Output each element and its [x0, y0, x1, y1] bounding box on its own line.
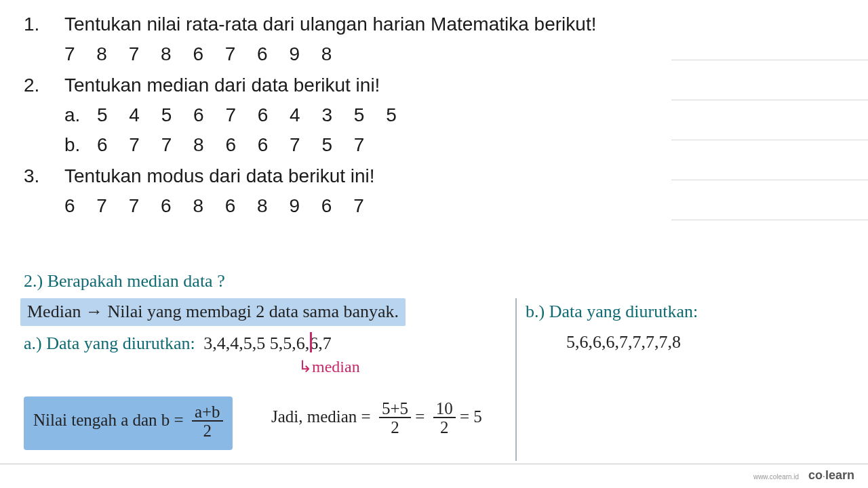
result-eq1: =	[415, 407, 425, 426]
q3-text: Tentukan modus dari data berikut ini!	[64, 162, 596, 190]
brand-url: www.colearn.id	[753, 473, 799, 481]
formula-denominator: 2	[192, 422, 223, 441]
ruled-paper-bg	[671, 20, 868, 258]
part-a-line: a.) Data yang diurutkan: 3,4,4,5,5 5,5,6…	[24, 333, 332, 354]
part-b-label: b.) Data yang diurutkan:	[526, 302, 698, 322]
result-line: Jadi, median = 5+5 2 = 10 2 = 5	[271, 400, 482, 437]
brand-name-b: learn	[825, 468, 854, 482]
result-eq2: = 5	[460, 407, 482, 426]
q2a-label: a.	[64, 101, 97, 129]
result-frac-2: 10 2	[433, 400, 456, 437]
question-1: 1. Tentukan nilai rata-rata dari ulangan…	[24, 10, 596, 68]
formula-fraction: a+b 2	[192, 403, 223, 441]
q1-data: 7 8 7 8 6 7 6 9 8	[64, 40, 596, 68]
q3-number: 3.	[24, 162, 64, 220]
q2a-data: 5 4 5 6 7 6 4 3 5 5	[97, 101, 405, 129]
q3-data: 6 7 7 6 8 6 8 9 6 7	[64, 192, 596, 220]
brand-footer: www.colearn.id co·learn	[753, 468, 854, 483]
median-split-marker	[310, 332, 312, 352]
formula-numerator: a+b	[192, 403, 223, 422]
midpoint-formula-box: Nilai tengah a dan b = a+b 2	[24, 396, 233, 450]
median-annotation: ↳median	[298, 357, 360, 376]
part-a-sorted-data: 3,4,4,5,5 5,5,6,6,7	[203, 333, 332, 353]
formula-label: Nilai tengah a dan b =	[33, 411, 184, 429]
work-heading: 2.) Berapakah median data ?	[24, 271, 225, 291]
q1-text: Tentukan nilai rata-rata dari ulangan ha…	[64, 10, 596, 39]
part-a-label: a.) Data yang diurutkan:	[24, 333, 195, 353]
part-b-sorted-data: 5,6,6,6,7,7,7,7,8	[566, 332, 681, 352]
result-frac-1: 5+5 2	[379, 400, 411, 437]
q2b-label: b.	[64, 131, 97, 159]
q2-number: 2.	[24, 71, 64, 159]
question-3: 3. Tentukan modus dari data berikut ini!…	[24, 162, 596, 220]
result-label: Jadi, median =	[271, 407, 371, 426]
q1-number: 1.	[24, 10, 64, 68]
median-definition-box: Median → Nilai yang membagi 2 data sama …	[20, 298, 406, 326]
printed-questions: 1. Tentukan nilai rata-rata dari ulangan…	[24, 10, 596, 223]
q2-text: Tentukan median dari data berikut ini!	[64, 71, 596, 100]
q2b-data: 6 7 7 8 6 6 7 5 7	[97, 131, 372, 159]
vertical-separator	[515, 298, 517, 461]
brand-name-a: co	[808, 468, 823, 482]
question-2: 2. Tentukan median dari data berikut ini…	[24, 71, 596, 159]
footer-separator	[0, 464, 868, 464]
